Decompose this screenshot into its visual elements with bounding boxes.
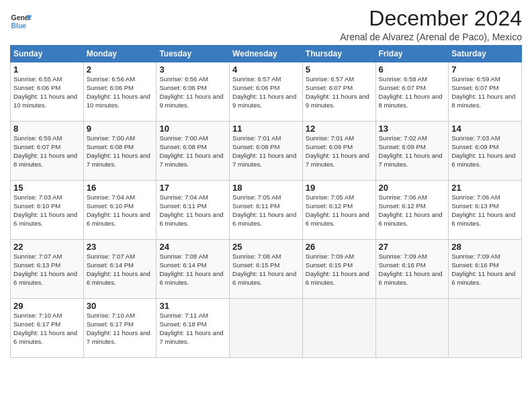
cell-info: Sunrise: 6:58 AMSunset: 6:07 PMDaylight:… <box>379 75 446 109</box>
calendar-cell: 28Sunrise: 7:09 AMSunset: 6:16 PMDayligh… <box>449 240 522 299</box>
calendar-cell <box>449 299 522 358</box>
day-number: 21 <box>451 183 519 193</box>
day-number: 28 <box>451 242 519 252</box>
cell-info: Sunrise: 7:06 AMSunset: 6:12 PMDaylight:… <box>379 193 446 228</box>
col-header-monday: Monday <box>83 46 157 62</box>
cell-info: Sunrise: 7:00 AMSunset: 6:08 PMDaylight:… <box>159 134 226 169</box>
cell-info: Sunrise: 7:01 AMSunset: 6:09 PMDaylight:… <box>306 134 373 169</box>
day-number: 11 <box>232 124 300 134</box>
calendar-cell <box>375 299 449 358</box>
calendar-week-2: 8Sunrise: 6:59 AMSunset: 6:07 PMDaylight… <box>11 122 522 181</box>
cell-info: Sunrise: 6:56 AMSunset: 6:06 PMDaylight:… <box>87 75 154 109</box>
cell-info: Sunrise: 7:03 AMSunset: 6:09 PMDaylight:… <box>451 134 519 169</box>
calendar-cell: 10Sunrise: 7:00 AMSunset: 6:08 PMDayligh… <box>157 122 230 181</box>
calendar-table: SundayMondayTuesdayWednesdayThursdayFrid… <box>10 45 522 358</box>
logo: General Blue <box>10 11 32 32</box>
cell-info: Sunrise: 6:57 AMSunset: 6:07 PMDaylight:… <box>306 75 373 109</box>
day-number: 13 <box>379 124 446 134</box>
calendar-cell: 1Sunrise: 6:55 AMSunset: 6:06 PMDaylight… <box>11 62 84 122</box>
calendar-cell: 3Sunrise: 6:56 AMSunset: 6:06 PMDaylight… <box>157 62 230 122</box>
header-row: SundayMondayTuesdayWednesdayThursdayFrid… <box>11 46 522 62</box>
day-number: 23 <box>87 242 154 252</box>
cell-info: Sunrise: 7:08 AMSunset: 6:15 PMDaylight:… <box>232 253 300 287</box>
calendar-cell: 22Sunrise: 7:07 AMSunset: 6:13 PMDayligh… <box>11 240 84 299</box>
cell-info: Sunrise: 6:57 AMSunset: 6:06 PMDaylight:… <box>232 75 300 109</box>
day-number: 18 <box>232 183 300 193</box>
calendar-cell: 27Sunrise: 7:09 AMSunset: 6:16 PMDayligh… <box>375 240 449 299</box>
day-number: 2 <box>87 64 154 75</box>
calendar-cell: 6Sunrise: 6:58 AMSunset: 6:07 PMDaylight… <box>375 62 449 122</box>
cell-info: Sunrise: 7:11 AMSunset: 6:18 PMDaylight:… <box>159 312 226 346</box>
logo-icon: General Blue <box>10 11 32 32</box>
page-header: General Blue December 2024 Arenal de Alv… <box>10 7 522 42</box>
calendar-cell: 19Sunrise: 7:05 AMSunset: 6:12 PMDayligh… <box>302 181 375 240</box>
day-number: 1 <box>13 64 81 75</box>
day-number: 15 <box>13 183 81 193</box>
day-number: 17 <box>159 183 226 193</box>
cell-info: Sunrise: 7:05 AMSunset: 6:12 PMDaylight:… <box>306 193 373 228</box>
day-number: 30 <box>87 301 154 311</box>
day-number: 4 <box>232 64 300 75</box>
cell-info: Sunrise: 6:59 AMSunset: 6:07 PMDaylight:… <box>13 134 81 169</box>
day-number: 12 <box>306 124 373 134</box>
col-header-saturday: Saturday <box>449 46 522 62</box>
calendar-cell: 25Sunrise: 7:08 AMSunset: 6:15 PMDayligh… <box>230 240 303 299</box>
title-area: December 2024 Arenal de Alvarez (Arenal … <box>340 7 522 42</box>
calendar-cell: 15Sunrise: 7:03 AMSunset: 6:10 PMDayligh… <box>11 181 84 240</box>
day-number: 9 <box>87 124 154 134</box>
col-header-friday: Friday <box>375 46 449 62</box>
day-number: 27 <box>379 242 446 252</box>
day-number: 3 <box>159 64 226 75</box>
day-number: 8 <box>13 124 81 134</box>
calendar-cell: 13Sunrise: 7:02 AMSunset: 6:09 PMDayligh… <box>375 122 449 181</box>
calendar-week-5: 29Sunrise: 7:10 AMSunset: 6:17 PMDayligh… <box>11 299 522 358</box>
cell-info: Sunrise: 7:09 AMSunset: 6:16 PMDaylight:… <box>451 253 519 287</box>
cell-info: Sunrise: 6:55 AMSunset: 6:06 PMDaylight:… <box>13 75 81 109</box>
calendar-cell: 23Sunrise: 7:07 AMSunset: 6:14 PMDayligh… <box>83 240 157 299</box>
cell-info: Sunrise: 7:08 AMSunset: 6:14 PMDaylight:… <box>159 253 226 287</box>
calendar-week-4: 22Sunrise: 7:07 AMSunset: 6:13 PMDayligh… <box>11 240 522 299</box>
month-title: December 2024 <box>340 7 522 30</box>
calendar-cell: 30Sunrise: 7:10 AMSunset: 6:17 PMDayligh… <box>83 299 157 358</box>
day-number: 19 <box>306 183 373 193</box>
cell-info: Sunrise: 7:05 AMSunset: 6:11 PMDaylight:… <box>232 193 300 228</box>
cell-info: Sunrise: 7:04 AMSunset: 6:10 PMDaylight:… <box>87 193 154 228</box>
cell-info: Sunrise: 7:07 AMSunset: 6:13 PMDaylight:… <box>13 253 81 287</box>
calendar-cell: 12Sunrise: 7:01 AMSunset: 6:09 PMDayligh… <box>302 122 375 181</box>
cell-info: Sunrise: 6:56 AMSunset: 6:06 PMDaylight:… <box>159 75 226 109</box>
calendar-cell: 2Sunrise: 6:56 AMSunset: 6:06 PMDaylight… <box>83 62 157 122</box>
location-title: Arenal de Alvarez (Arenal de Paco), Mexi… <box>340 32 522 42</box>
col-header-sunday: Sunday <box>11 46 84 62</box>
cell-info: Sunrise: 7:00 AMSunset: 6:08 PMDaylight:… <box>87 134 154 169</box>
day-number: 31 <box>159 301 226 311</box>
cell-info: Sunrise: 7:01 AMSunset: 6:08 PMDaylight:… <box>232 134 300 169</box>
calendar-cell: 11Sunrise: 7:01 AMSunset: 6:08 PMDayligh… <box>230 122 303 181</box>
day-number: 6 <box>379 64 446 75</box>
cell-info: Sunrise: 7:10 AMSunset: 6:17 PMDaylight:… <box>87 312 154 346</box>
cell-info: Sunrise: 7:03 AMSunset: 6:10 PMDaylight:… <box>13 193 81 228</box>
day-number: 29 <box>13 301 81 311</box>
calendar-week-1: 1Sunrise: 6:55 AMSunset: 6:06 PMDaylight… <box>11 62 522 122</box>
calendar-cell: 31Sunrise: 7:11 AMSunset: 6:18 PMDayligh… <box>157 299 230 358</box>
cell-info: Sunrise: 6:59 AMSunset: 6:07 PMDaylight:… <box>451 75 519 109</box>
day-number: 14 <box>451 124 519 134</box>
calendar-cell <box>302 299 375 358</box>
day-number: 10 <box>159 124 226 134</box>
col-header-thursday: Thursday <box>302 46 375 62</box>
cell-info: Sunrise: 7:09 AMSunset: 6:15 PMDaylight:… <box>306 253 373 287</box>
calendar-cell: 9Sunrise: 7:00 AMSunset: 6:08 PMDaylight… <box>83 122 157 181</box>
calendar-cell: 5Sunrise: 6:57 AMSunset: 6:07 PMDaylight… <box>302 62 375 122</box>
cell-info: Sunrise: 7:10 AMSunset: 6:17 PMDaylight:… <box>13 312 81 346</box>
cell-info: Sunrise: 7:06 AMSunset: 6:13 PMDaylight:… <box>451 193 519 228</box>
calendar-cell <box>230 299 303 358</box>
cell-info: Sunrise: 7:09 AMSunset: 6:16 PMDaylight:… <box>379 253 446 287</box>
day-number: 26 <box>306 242 373 252</box>
calendar-cell: 18Sunrise: 7:05 AMSunset: 6:11 PMDayligh… <box>230 181 303 240</box>
calendar-cell: 7Sunrise: 6:59 AMSunset: 6:07 PMDaylight… <box>449 62 522 122</box>
day-number: 25 <box>232 242 300 252</box>
calendar-cell: 26Sunrise: 7:09 AMSunset: 6:15 PMDayligh… <box>302 240 375 299</box>
calendar-cell: 4Sunrise: 6:57 AMSunset: 6:06 PMDaylight… <box>230 62 303 122</box>
day-number: 20 <box>379 183 446 193</box>
svg-text:Blue: Blue <box>11 22 27 30</box>
day-number: 24 <box>159 242 226 252</box>
